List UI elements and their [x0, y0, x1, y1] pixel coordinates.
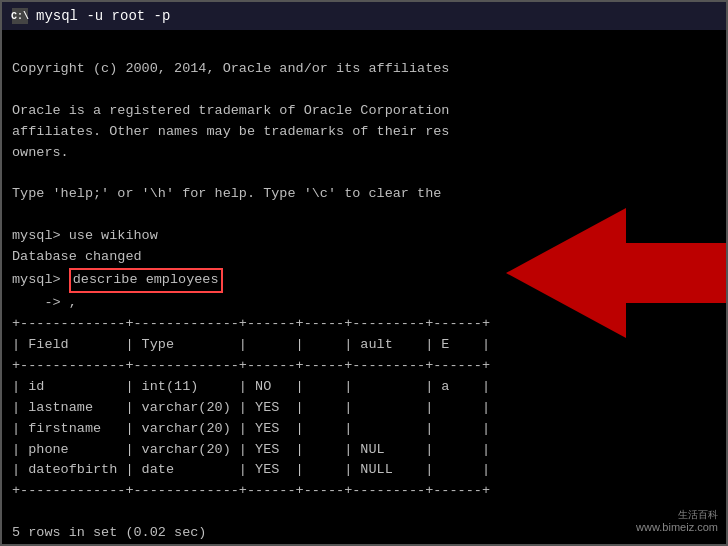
- terminal-line-4: affiliates. Other names may be trademark…: [12, 122, 716, 143]
- table-row-lastname: | lastname | varchar(20) | YES | | | |: [12, 398, 716, 419]
- table-row-firstname: | firstname | varchar(20) | YES | | | |: [12, 419, 716, 440]
- table-separator-3: +-------------+-------------+------+----…: [12, 481, 716, 502]
- table-row-phone: | phone | varchar(20) | YES | | NUL | |: [12, 440, 716, 461]
- terminal-line-8: [12, 205, 716, 226]
- terminal-line-2: [12, 80, 716, 101]
- terminal-body: Copyright (c) 2000, 2014, Oracle and/or …: [2, 30, 726, 544]
- highlight-command: describe employees: [69, 268, 223, 293]
- terminal-window: C:\ mysql -u root -p Copyright (c) 2000,…: [0, 0, 728, 546]
- terminal-line-10: Database changed: [12, 247, 716, 268]
- terminal-line-blank2: [12, 502, 716, 523]
- table-row-id: | id | int(11) | NO | | | a |: [12, 377, 716, 398]
- terminal-line-1: Copyright (c) 2000, 2014, Oracle and/or …: [12, 59, 716, 80]
- terminal-icon: C:\: [12, 8, 28, 24]
- terminal-line-9: mysql> use wikihow: [12, 226, 716, 247]
- terminal-line-5: owners.: [12, 143, 716, 164]
- table-row-dob: | dateofbirth | date | YES | | NULL | |: [12, 460, 716, 481]
- watermark-site: www.bimeiz.com: [636, 519, 718, 536]
- rows-in-set: 5 rows in set (0.02 sec): [12, 523, 716, 544]
- terminal-line-12: -> ,: [12, 293, 716, 314]
- terminal-line-7: Type 'help;' or '\h' for help. Type '\c'…: [12, 184, 716, 205]
- terminal-line-0: [12, 38, 716, 59]
- terminal-line-11: mysql> describe employees: [12, 268, 716, 293]
- terminal-line-6: [12, 164, 716, 185]
- title-text: mysql -u root -p: [36, 8, 170, 24]
- table-separator-2: +-------------+-------------+------+----…: [12, 356, 716, 377]
- title-bar: C:\ mysql -u root -p: [2, 2, 726, 30]
- terminal-line-3: Oracle is a registered trademark of Orac…: [12, 101, 716, 122]
- table-header: | Field | Type | | | ault | E |: [12, 335, 716, 356]
- table-separator-1: +-------------+-------------+------+----…: [12, 314, 716, 335]
